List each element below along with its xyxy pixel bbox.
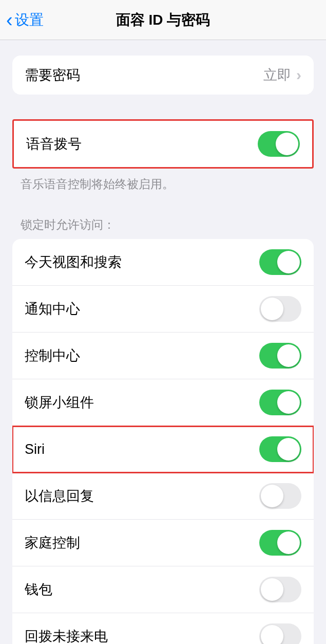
lockscreen-row-label: 锁屏小组件 — [25, 393, 94, 412]
page-title: 面容 ID 与密码 — [116, 10, 210, 30]
require-passcode-value: 立即 — [263, 66, 291, 84]
chevron-right-icon: › — [296, 66, 301, 84]
lockscreen-row-label: 通知中心 — [25, 300, 80, 318]
lockscreen-row-label: 家庭控制 — [25, 533, 80, 552]
require-passcode-group: 需要密码 立即 › — [12, 56, 314, 95]
lockscreen-row-label: 今天视图和搜索 — [25, 253, 122, 271]
nav-header: ‹ 设置 面容 ID 与密码 — [0, 0, 326, 40]
lockscreen-toggle[interactable] — [259, 296, 301, 322]
toggle-knob — [277, 344, 300, 367]
toggle-knob — [261, 625, 283, 644]
lockscreen-toggle[interactable] — [259, 483, 301, 509]
lockscreen-row-label: 回拨未接来电 — [25, 627, 108, 644]
chevron-left-icon: ‹ — [6, 10, 13, 30]
voice-dial-row: 语音拨号 — [14, 121, 312, 167]
lockscreen-row: 钱包 — [12, 566, 314, 613]
lockscreen-row-label: 钱包 — [25, 580, 52, 599]
require-passcode-row[interactable]: 需要密码 立即 › — [12, 56, 314, 95]
lockscreen-row: 回拨未接来电 — [12, 613, 314, 644]
require-passcode-label: 需要密码 — [25, 66, 80, 84]
lockscreen-row-label: 控制中心 — [25, 346, 80, 365]
lockscreen-row: 家庭控制 — [12, 520, 314, 566]
lockscreen-row: Siri — [12, 426, 314, 473]
lockscreen-access-group: 今天视图和搜索通知中心控制中心锁屏小组件Siri以信息回复家庭控制钱包回拨未接来… — [12, 239, 314, 644]
back-label: 设置 — [15, 10, 44, 30]
lockscreen-toggle[interactable] — [259, 436, 301, 462]
lockscreen-toggle[interactable] — [259, 530, 301, 556]
toggle-knob — [261, 578, 283, 601]
lockscreen-row: 通知中心 — [12, 286, 314, 333]
lockscreen-row: 今天视图和搜索 — [12, 239, 314, 286]
voice-dial-toggle[interactable] — [258, 131, 300, 157]
lockscreen-row-label: 以信息回复 — [25, 487, 94, 505]
voice-dial-footer: 音乐语音控制将始终被启用。 — [0, 169, 326, 192]
lockscreen-toggle[interactable] — [259, 623, 301, 644]
voice-dial-label: 语音拨号 — [26, 135, 82, 153]
toggle-knob — [277, 531, 300, 554]
lockscreen-section-header: 锁定时允许访问： — [0, 217, 326, 239]
toggle-knob — [277, 438, 300, 461]
toggle-knob — [261, 298, 283, 320]
lockscreen-toggle[interactable] — [259, 390, 301, 415]
lockscreen-row: 锁屏小组件 — [12, 379, 314, 426]
toggle-knob — [277, 251, 300, 273]
toggle-knob — [277, 391, 300, 414]
back-button[interactable]: ‹ 设置 — [0, 10, 44, 30]
toggle-knob — [261, 485, 283, 507]
toggle-knob — [276, 133, 298, 155]
voice-dial-group: 语音拨号 — [12, 119, 314, 169]
lockscreen-row-label: Siri — [25, 441, 45, 457]
lockscreen-row: 以信息回复 — [12, 473, 314, 520]
lockscreen-toggle[interactable] — [259, 577, 301, 602]
lockscreen-toggle[interactable] — [259, 249, 301, 275]
lockscreen-toggle[interactable] — [259, 343, 301, 369]
lockscreen-row: 控制中心 — [12, 333, 314, 379]
